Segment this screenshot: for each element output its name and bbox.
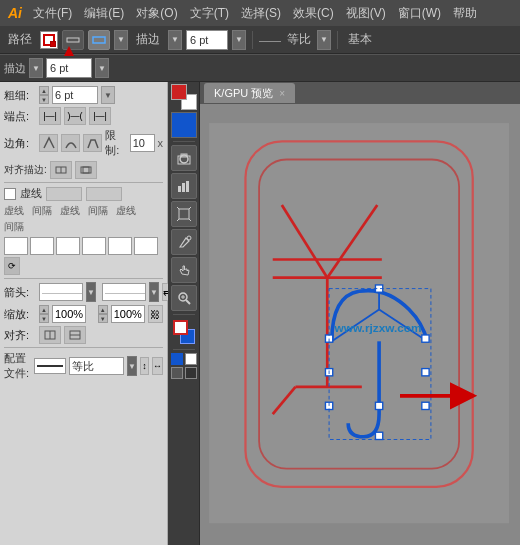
stroke-tb-dropdown[interactable]: ▼: [29, 58, 43, 78]
corner-row: 边角: 限制: 10 x: [4, 128, 163, 158]
width-down[interactable]: ▼: [39, 95, 49, 104]
menu-file[interactable]: 文件(F): [28, 3, 77, 24]
corner-round[interactable]: [61, 134, 80, 152]
normal-mode[interactable]: [171, 353, 183, 365]
arrow-label: 箭头:: [4, 285, 36, 300]
stroke-toolbar: 描边 ▼ 6 pt ▼: [0, 54, 520, 82]
dash-input2[interactable]: [56, 237, 80, 255]
svg-text:www.rjzxw.com: www.rjzxw.com: [334, 321, 422, 335]
arrow-end-select[interactable]: ————: [102, 283, 146, 301]
scale-link-btn[interactable]: ⛓: [148, 305, 163, 323]
profile-reset-btn[interactable]: ↔: [152, 357, 163, 375]
width-up[interactable]: ▲: [39, 86, 49, 95]
mode-btn1[interactable]: [171, 367, 183, 379]
dash-preview2: [86, 187, 122, 201]
width-spinner[interactable]: ▲ ▼: [39, 86, 49, 104]
scale2-down[interactable]: ▼: [98, 314, 108, 323]
arrow-end-dropdown[interactable]: ▼: [149, 282, 159, 302]
dash-sub-label: 虚线: [4, 204, 30, 218]
dash-input1[interactable]: [4, 237, 28, 255]
stroke-style-dropdown[interactable]: ▼: [114, 30, 128, 50]
zoom-tool[interactable]: [171, 285, 197, 311]
profile-value[interactable]: 等比: [69, 357, 124, 375]
align2-btn2[interactable]: [64, 326, 86, 344]
ratio-label: 等比: [283, 31, 315, 48]
dash-input3[interactable]: [108, 237, 132, 255]
endcap-butt[interactable]: |—|: [39, 107, 61, 125]
mode-btn2[interactable]: [185, 367, 197, 379]
align-center[interactable]: [50, 161, 72, 179]
svg-rect-13: [178, 186, 181, 192]
sep1: [252, 31, 253, 49]
stroke-dashed-btn[interactable]: [88, 30, 110, 50]
canvas-tab-close[interactable]: ×: [279, 88, 285, 99]
width-dropdown[interactable]: ▼: [101, 86, 115, 104]
scale2-value[interactable]: 100%: [111, 305, 145, 323]
svg-rect-1: [93, 37, 105, 43]
divider1: [4, 182, 163, 183]
stroke-desc-dropdown[interactable]: ▼: [168, 30, 182, 50]
stroke-tb-value[interactable]: 6 pt: [46, 58, 92, 78]
align2-btn1[interactable]: [39, 326, 61, 344]
width-value[interactable]: 6 pt: [52, 86, 98, 104]
scale1-value[interactable]: 100%: [52, 305, 86, 323]
scale1-up[interactable]: ▲: [39, 305, 49, 314]
arrow-start-dropdown[interactable]: ▼: [86, 282, 96, 302]
tool-sep3: [173, 349, 195, 350]
scale1-spinner[interactable]: ▲ ▼: [39, 305, 49, 323]
hand-tool[interactable]: [171, 257, 197, 283]
stroke-box[interactable]: [173, 320, 188, 335]
left-toolbar: [168, 82, 200, 545]
scale2-spinner[interactable]: ▲ ▼: [98, 305, 108, 323]
menu-view[interactable]: 视图(V): [341, 3, 391, 24]
dash-checkbox[interactable]: [4, 188, 16, 200]
profile-dropdown[interactable]: ▼: [127, 356, 137, 376]
fill-indicator[interactable]: [171, 112, 197, 138]
menu-edit[interactable]: 编辑(E): [79, 3, 129, 24]
ratio-dropdown[interactable]: ▼: [317, 30, 331, 50]
menu-effect[interactable]: 效果(C): [288, 3, 339, 24]
menu-window[interactable]: 窗口(W): [393, 3, 446, 24]
color-swatches[interactable]: [171, 84, 197, 110]
stroke-tb-value-dropdown[interactable]: ▼: [95, 58, 109, 78]
sep2: [337, 31, 338, 49]
dash-options-btn[interactable]: ⟳: [4, 257, 20, 275]
canvas-tab-main[interactable]: K/GPU 预览 ×: [204, 83, 295, 103]
endcap-square[interactable]: |—|: [89, 107, 111, 125]
path-label: 路径: [4, 31, 36, 48]
gap-input1[interactable]: [30, 237, 54, 255]
stroke-fill-widget[interactable]: [171, 318, 197, 346]
menu-select[interactable]: 选择(S): [236, 3, 286, 24]
canvas-surface[interactable]: www.rjzxw.com: [200, 104, 520, 545]
stroke-color-indicator[interactable]: [40, 31, 58, 49]
dash-inputs-row: ⟳: [4, 237, 163, 275]
align-row: 对齐描边:: [4, 161, 163, 179]
align-inside[interactable]: [75, 161, 97, 179]
ratio-spacer: ——: [259, 34, 281, 46]
pen-tool[interactable]: [171, 229, 197, 255]
corner-miter[interactable]: [39, 134, 58, 152]
transform-tool[interactable]: [171, 201, 197, 227]
scale1-down[interactable]: ▼: [39, 314, 49, 323]
svg-rect-0: [67, 38, 79, 42]
camera-tool[interactable]: [171, 145, 197, 171]
gap-input2[interactable]: [82, 237, 106, 255]
arrow-start-select[interactable]: ————: [39, 283, 83, 301]
chart-tool[interactable]: [171, 173, 197, 199]
scale2-up[interactable]: ▲: [98, 305, 108, 314]
menu-object[interactable]: 对象(O): [131, 3, 182, 24]
canvas-area: K/GPU 预览 ×: [200, 82, 520, 545]
profile-flip-btn[interactable]: ↕: [140, 357, 149, 375]
gap-input3[interactable]: [134, 237, 158, 255]
limit-value[interactable]: 10: [130, 134, 155, 152]
stroke-value-dropdown[interactable]: ▼: [232, 30, 246, 50]
menu-help[interactable]: 帮助: [448, 3, 482, 24]
profile-line-preview: [34, 358, 66, 374]
stroke-value[interactable]: 6 pt: [186, 30, 228, 50]
canvas-tab-bar: K/GPU 预览 ×: [200, 82, 520, 104]
menu-text[interactable]: 文字(T): [185, 3, 234, 24]
screen-mode[interactable]: [185, 353, 197, 365]
corner-bevel[interactable]: [83, 134, 102, 152]
canvas-tab-label: K/GPU 预览: [214, 86, 273, 101]
endcap-round[interactable]: )—(: [64, 107, 86, 125]
